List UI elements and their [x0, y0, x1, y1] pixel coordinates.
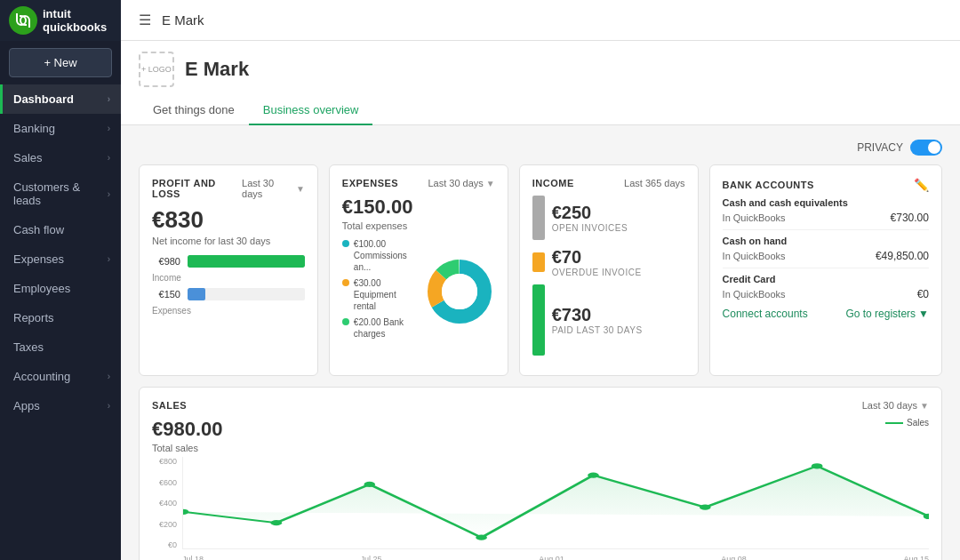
sales-line-chart — [183, 457, 929, 548]
sales-title: SALES — [152, 400, 187, 411]
sidebar-item-accounting[interactable]: Accounting› — [0, 362, 121, 391]
pnl-income-row: €980 — [152, 255, 305, 268]
svg-point-6 — [271, 520, 283, 525]
income-info-1: €70 OVERDUE INVOICE — [552, 247, 642, 277]
expense-label-1: €30.00 Equipment rental — [354, 277, 415, 312]
sidebar-chevron-sales: › — [108, 153, 110, 163]
tab-bar: Get things doneBusiness overview — [139, 96, 942, 124]
company-name: E Mark — [185, 58, 249, 81]
income-bar-2 — [532, 284, 545, 356]
expense-dot-0 — [342, 240, 349, 247]
connect-accounts-link[interactable]: Connect accounts — [723, 308, 808, 320]
pnl-expense-bar-fill — [188, 288, 205, 300]
go-to-registers-link[interactable]: Go to registers ▼ — [845, 308, 929, 320]
bank-amount-1-0: €49,850.00 — [876, 250, 929, 262]
sidebar-item-sales[interactable]: Sales› — [0, 143, 121, 172]
y-label-2: €400 — [152, 499, 177, 508]
bank-sections: Cash and cash equivalents In QuickBooks … — [723, 197, 929, 300]
new-button[interactable]: + New — [9, 48, 112, 77]
sidebar-item-customers[interactable]: Customers & leads› — [0, 172, 121, 215]
sidebar: intuit quickbooks + New Dashboard›Bankin… — [0, 0, 121, 560]
sales-card: SALES Last 30 days ▼ €980.00 Total sales… — [139, 387, 942, 560]
sales-legend-label: Sales — [907, 418, 929, 428]
bank-accounts-title: BANK ACCOUNTS — [723, 180, 814, 190]
profit-loss-period[interactable]: Last 30 days ▼ — [242, 178, 305, 199]
sales-period[interactable]: Last 30 days ▼ — [862, 400, 929, 411]
expenses-card: EXPENSES Last 30 days ▼ €150.00 Total ex… — [329, 164, 508, 376]
sidebar-item-label-taxes: Taxes — [13, 340, 44, 354]
income-title: INCOME — [532, 178, 574, 188]
bank-divider-0 — [723, 229, 929, 230]
sidebar-item-taxes[interactable]: Taxes — [0, 332, 121, 362]
bank-edit-icon[interactable]: ✏️ — [914, 178, 929, 192]
sidebar-item-label-apps: Apps — [13, 399, 40, 412]
bank-accounts-card: BANK ACCOUNTS ✏️ Cash and cash equivalen… — [709, 164, 942, 376]
bank-amount-0-0: €730.00 — [891, 212, 929, 224]
sales-total: €980.00 — [152, 418, 223, 441]
sidebar-item-label-cashflow: Cash flow — [13, 223, 64, 236]
income-row-1: €70 OVERDUE INVOICE — [532, 247, 685, 277]
bank-section-label-2: Credit Card — [723, 274, 929, 284]
company-logo-placeholder[interactable]: + LOGO — [139, 52, 174, 87]
bank-section-1: Cash on hand In QuickBooks €49,850.00 — [723, 236, 929, 268]
pnl-expense-label: Expenses — [152, 306, 305, 316]
sidebar-item-banking[interactable]: Banking› — [0, 114, 121, 143]
expenses-header: EXPENSES Last 30 days ▼ — [342, 178, 495, 188]
tab-business-overview[interactable]: Business overview — [249, 96, 373, 125]
sidebar-chevron-apps: › — [108, 401, 110, 411]
bank-entry-1-0: In QuickBooks €49,850.00 — [723, 250, 929, 262]
sidebar-item-reports[interactable]: Reports — [0, 303, 121, 332]
y-label-1: €600 — [152, 478, 177, 487]
sidebar-item-label-banking: Banking — [13, 122, 55, 135]
sidebar-item-expenses[interactable]: Expenses› — [0, 244, 121, 274]
profit-loss-header: PROFIT AND LOSS Last 30 days ▼ — [152, 178, 305, 199]
y-label-0: €800 — [152, 457, 177, 466]
tab-get-things-done[interactable]: Get things done — [139, 96, 249, 125]
registers-chevron-icon: ▼ — [918, 308, 929, 320]
quickbooks-logo-icon — [9, 6, 37, 35]
hamburger-icon[interactable]: ☰ — [139, 12, 151, 28]
sidebar-item-label-reports: Reports — [13, 311, 54, 324]
sales-legend: Sales — [885, 418, 929, 428]
header-title: E Mark — [162, 12, 204, 28]
income-info-2: €730 PAID LAST 30 DAYS — [552, 305, 643, 335]
expenses-chevron-icon: ▼ — [486, 179, 495, 188]
svg-point-10 — [700, 505, 711, 510]
profit-loss-title: PROFIT AND LOSS — [152, 178, 242, 199]
svg-point-7 — [364, 482, 375, 487]
sidebar-item-dashboard[interactable]: Dashboard› — [0, 84, 121, 114]
expenses-title: EXPENSES — [342, 178, 398, 188]
income-amount-1: €70 — [552, 247, 642, 268]
profit-loss-net: €830 — [152, 206, 305, 234]
income-bar-0 — [532, 196, 545, 240]
sidebar-item-label-employees: Employees — [13, 282, 70, 295]
sidebar-item-label-dashboard: Dashboard — [13, 92, 74, 106]
income-header: INCOME Last 365 days — [532, 178, 685, 188]
sidebar-logo: intuit quickbooks — [0, 0, 121, 41]
expenses-period[interactable]: Last 30 days ▼ — [428, 178, 494, 188]
sidebar-item-label-expenses: Expenses — [13, 252, 64, 266]
bank-entry-0-0: In QuickBooks €730.00 — [723, 212, 929, 224]
sidebar-item-label-sales: Sales — [13, 151, 43, 164]
profit-loss-subtitle: Net income for last 30 days — [152, 236, 305, 246]
privacy-toggle[interactable] — [910, 140, 942, 156]
sidebar-item-employees[interactable]: Employees — [0, 274, 121, 303]
sidebar-chevron-dashboard: › — [108, 94, 110, 104]
bank-accounts-header: BANK ACCOUNTS ✏️ — [723, 178, 929, 192]
expense-dot-2 — [342, 318, 349, 325]
income-period[interactable]: Last 365 days — [624, 178, 685, 188]
bank-sublabel-1-0: In QuickBooks — [723, 251, 786, 261]
bank-entry-2-0: In QuickBooks €0 — [723, 288, 929, 300]
sidebar-item-label-customers: Customers & leads — [13, 180, 108, 207]
bank-section-2: Credit Card In QuickBooks €0 — [723, 274, 929, 300]
cards-grid-top: PROFIT AND LOSS Last 30 days ▼ €830 Net … — [139, 164, 942, 376]
app-header: ☰ E Mark — [121, 0, 960, 41]
y-label-4: €0 — [152, 540, 177, 549]
expense-item-2: €20.00 Bank charges — [342, 316, 415, 340]
sales-card-header: SALES Last 30 days ▼ — [152, 400, 929, 411]
sales-total-label: Total sales — [152, 443, 223, 453]
sidebar-item-apps[interactable]: Apps› — [0, 391, 121, 420]
app-name-label: intuit quickbooks — [43, 7, 112, 34]
sidebar-item-cashflow[interactable]: Cash flow — [0, 215, 121, 244]
bank-sublabel-2-0: In QuickBooks — [723, 289, 786, 300]
